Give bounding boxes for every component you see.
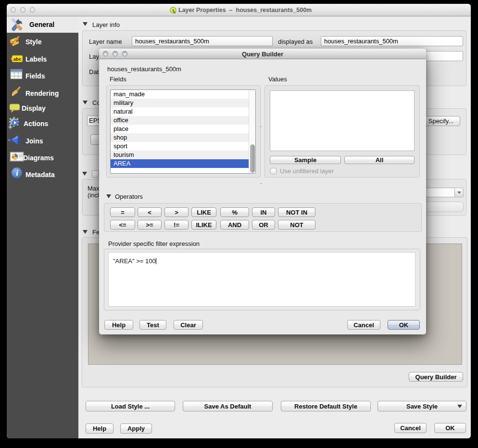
svg-text:i: i: [16, 168, 18, 178]
svg-text:abc: abc: [13, 56, 21, 62]
